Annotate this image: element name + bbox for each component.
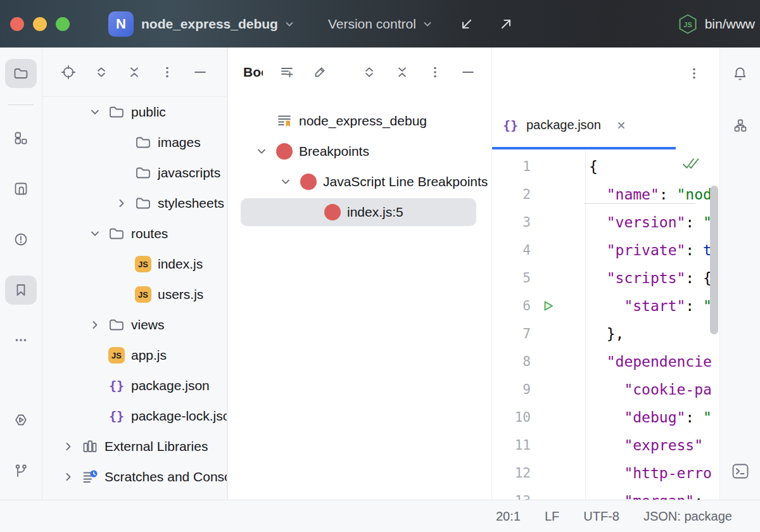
title-bar: N node_express_debug Version control JS [0,0,760,48]
code-line-8[interactable]: 8 "dependencie [492,348,719,376]
close-window-button[interactable] [10,17,24,31]
breakpoint-item-label: node_express_debug [299,113,427,129]
breakpoint-item-label: Breakpoints [299,144,369,159]
line-number: 1 [492,159,531,174]
code-editor[interactable]: 1{2 "name": "nod3 "version": "4 "private… [492,149,719,500]
chevron-right-icon[interactable] [108,195,135,212]
status-item-lf[interactable]: LF [545,509,559,524]
vcs-push-arrow-icon[interactable] [497,15,516,34]
code-line-4[interactable]: 4 "private": t [492,236,719,264]
tree-item-label: package-lock.json [131,408,227,424]
folder-icon [108,225,125,242]
editor-scrollbar[interactable] [710,186,718,334]
run-configuration-selector[interactable]: JS bin/www [678,13,760,35]
tree-item-images[interactable]: images [42,127,227,158]
add-to-list-icon[interactable] [279,65,294,80]
project-toolbar [42,48,227,97]
more-icon[interactable] [5,326,37,355]
more-vertical-icon[interactable] [160,65,175,80]
close-tab-icon[interactable] [615,119,628,132]
tree-item-label: views [131,317,165,332]
status-item-utf-8[interactable]: UTF-8 [583,509,619,524]
chevron-right-icon[interactable] [82,317,108,333]
chevron-right-icon[interactable] [55,469,82,485]
expand-all-icon[interactable] [94,65,109,80]
chevron-down-icon [284,18,295,30]
hide-icon[interactable] [193,65,208,80]
code-line-10[interactable]: 10 "debug": " [492,403,719,431]
git-branch-icon[interactable] [5,456,37,485]
bookmarks-icon[interactable] [5,276,37,305]
breakpoint-item-node-express-debug[interactable]: node_express_debug [228,106,491,136]
tree-item-package-json[interactable]: {}package.json [42,370,227,401]
tree-item-label: stylesheets [158,196,224,211]
tree-item-public[interactable]: public [42,97,227,127]
zoom-window-button[interactable] [56,17,70,31]
collapse-all-icon[interactable] [127,65,142,80]
chevron-down-icon[interactable] [247,143,276,160]
line-number: 13 [492,493,531,500]
tree-item-label: app.js [131,348,167,363]
tree-item-stylesheets[interactable]: stylesheets [42,188,227,218]
status-item-20-1[interactable]: 20:1 [496,509,521,524]
project-selector[interactable]: N node_express_debug [108,11,295,37]
inspections-ok-icon[interactable] [681,156,700,172]
js-file-icon: JS [135,286,151,303]
line-number: 11 [492,438,531,453]
code-line-2[interactable]: 2 "name": "nod [492,180,719,208]
code-line-12[interactable]: 12 "http-erro [492,459,719,487]
structure-icon[interactable] [5,124,37,153]
tree-item-label: users.js [158,287,203,302]
problems-icon[interactable] [5,225,37,254]
breakpoint-item-javascript-line-breakpoints[interactable]: JavaScript Line Breakpoints [228,167,491,197]
tree-item-index-js[interactable]: JSindex.js [42,249,227,279]
expand-all-icon[interactable] [362,65,377,80]
tree-item-views[interactable]: views [42,310,227,340]
book-icon[interactable] [5,174,37,203]
tree-item-package-lock-json[interactable]: {}package-lock.json [42,401,227,431]
edit-icon[interactable] [312,65,327,80]
chevron-right-icon[interactable] [55,438,82,455]
status-item-json-package[interactable]: JSON: package [643,509,732,524]
hierarchy-icon[interactable] [725,111,756,140]
services-icon[interactable] [5,405,37,434]
locate-icon[interactable] [61,65,76,80]
terminal-icon[interactable] [725,457,756,486]
code-line-9[interactable]: 9 "cookie-pa [492,376,719,403]
code-text: { [585,158,598,175]
hide-icon[interactable] [460,65,476,80]
run-line-icon[interactable] [531,298,585,314]
notifications-icon[interactable] [725,59,756,88]
code-line-13[interactable]: 13 "morgan": [492,487,719,500]
code-line-7[interactable]: 7 }, [492,320,719,348]
chevron-down-icon[interactable] [82,225,108,242]
tree-item-app-js[interactable]: JSapp.js [42,340,227,370]
tree-item-scratches-and-consoles[interactable]: Scratches and Consoles [42,462,227,492]
breakpoint-item-breakpoints[interactable]: Breakpoints [228,136,491,167]
code-line-6[interactable]: 6 "start": " [492,292,719,320]
code-text: "start": " [585,298,712,314]
chevron-down-icon[interactable] [82,104,108,120]
code-line-5[interactable]: 5 "scripts": { [492,264,719,292]
strip-divider [8,104,34,105]
vcs-widget[interactable]: Version control [328,16,433,32]
folder-icon [135,134,151,151]
more-vertical-icon[interactable] [428,65,443,80]
vcs-update-arrow-icon[interactable] [457,15,476,34]
breakpoint-item-index-js-5[interactable]: index.js:5 [241,198,476,226]
collapse-all-icon[interactable] [395,65,410,80]
code-line-11[interactable]: 11 "express" [492,431,719,459]
tree-item-javascripts[interactable]: javascripts [42,158,227,188]
folder-icon [135,165,151,181]
tab-package-json[interactable]: {} package.json [492,101,676,149]
minimize-window-button[interactable] [33,17,47,31]
tree-item-routes[interactable]: routes [42,218,227,249]
tree-item-external-libraries[interactable]: External Libraries [42,431,227,462]
tree-item-label: Scratches and Consoles [104,469,227,484]
code-line-3[interactable]: 3 "version": " [492,208,719,236]
tree-item-label: javascripts [158,165,220,180]
chevron-down-icon[interactable] [271,174,300,190]
editor-options-kebab-icon[interactable] [687,66,702,81]
project-folder-icon[interactable] [5,59,37,88]
tree-item-users-js[interactable]: JSusers.js [42,279,227,310]
